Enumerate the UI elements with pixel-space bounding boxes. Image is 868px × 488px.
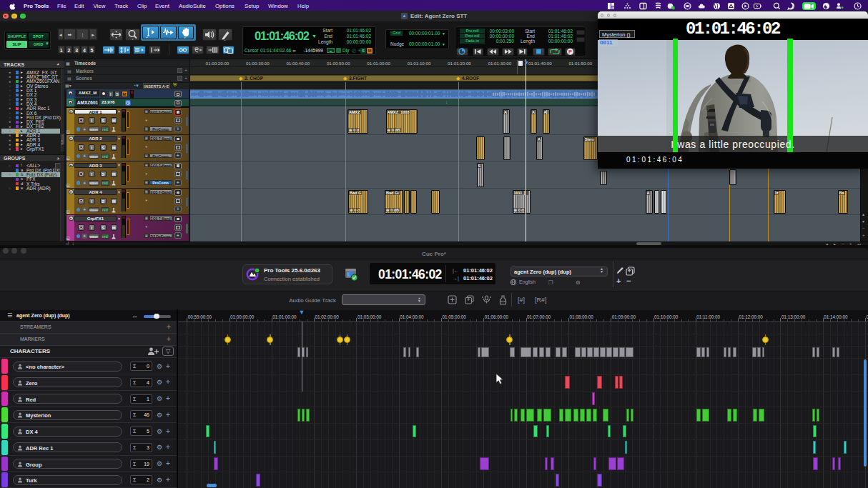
svg-text:P: P: [568, 48, 572, 54]
